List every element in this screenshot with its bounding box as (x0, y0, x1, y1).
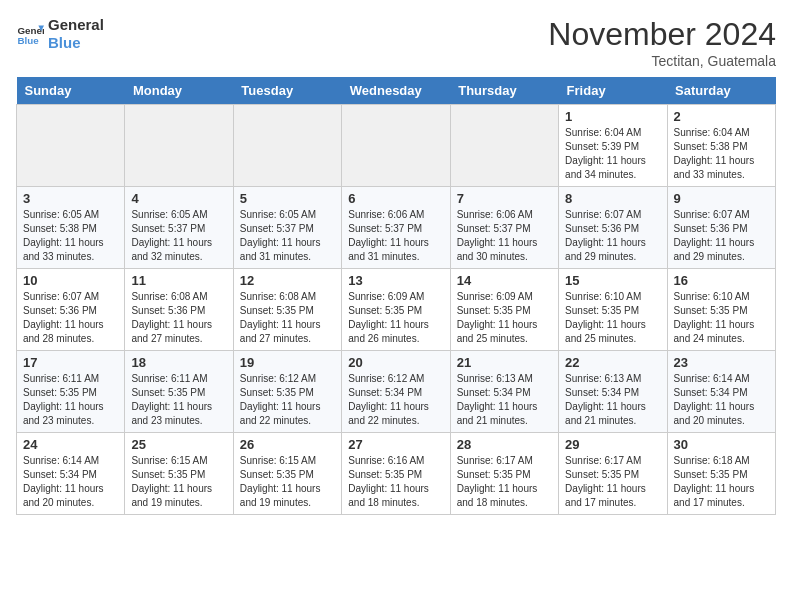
day-number: 12 (240, 273, 335, 288)
day-info: Sunrise: 6:11 AMSunset: 5:35 PMDaylight:… (23, 372, 118, 428)
calendar-day-cell: 4 Sunrise: 6:05 AMSunset: 5:37 PMDayligh… (125, 187, 233, 269)
calendar-day-cell: 30 Sunrise: 6:18 AMSunset: 5:35 PMDaylig… (667, 433, 775, 515)
day-info: Sunrise: 6:10 AMSunset: 5:35 PMDaylight:… (565, 290, 660, 346)
calendar-day-cell (125, 105, 233, 187)
day-info: Sunrise: 6:16 AMSunset: 5:35 PMDaylight:… (348, 454, 443, 510)
day-number: 27 (348, 437, 443, 452)
calendar-day-cell: 17 Sunrise: 6:11 AMSunset: 5:35 PMDaylig… (17, 351, 125, 433)
day-info: Sunrise: 6:05 AMSunset: 5:38 PMDaylight:… (23, 208, 118, 264)
day-number: 14 (457, 273, 552, 288)
day-info: Sunrise: 6:10 AMSunset: 5:35 PMDaylight:… (674, 290, 769, 346)
day-info: Sunrise: 6:18 AMSunset: 5:35 PMDaylight:… (674, 454, 769, 510)
day-number: 5 (240, 191, 335, 206)
day-number: 2 (674, 109, 769, 124)
day-number: 16 (674, 273, 769, 288)
day-number: 26 (240, 437, 335, 452)
day-info: Sunrise: 6:07 AMSunset: 5:36 PMDaylight:… (565, 208, 660, 264)
weekday-header-row: SundayMondayTuesdayWednesdayThursdayFrid… (17, 77, 776, 105)
calendar-day-cell: 15 Sunrise: 6:10 AMSunset: 5:35 PMDaylig… (559, 269, 667, 351)
page-header: General Blue General Blue November 2024 … (16, 16, 776, 69)
calendar-day-cell: 29 Sunrise: 6:17 AMSunset: 5:35 PMDaylig… (559, 433, 667, 515)
day-info: Sunrise: 6:09 AMSunset: 5:35 PMDaylight:… (457, 290, 552, 346)
day-number: 22 (565, 355, 660, 370)
calendar-day-cell: 11 Sunrise: 6:08 AMSunset: 5:36 PMDaylig… (125, 269, 233, 351)
calendar-day-cell (233, 105, 341, 187)
calendar-day-cell: 28 Sunrise: 6:17 AMSunset: 5:35 PMDaylig… (450, 433, 558, 515)
calendar-week-row: 17 Sunrise: 6:11 AMSunset: 5:35 PMDaylig… (17, 351, 776, 433)
calendar-day-cell: 24 Sunrise: 6:14 AMSunset: 5:34 PMDaylig… (17, 433, 125, 515)
day-info: Sunrise: 6:05 AMSunset: 5:37 PMDaylight:… (240, 208, 335, 264)
day-info: Sunrise: 6:08 AMSunset: 5:35 PMDaylight:… (240, 290, 335, 346)
day-info: Sunrise: 6:17 AMSunset: 5:35 PMDaylight:… (565, 454, 660, 510)
calendar-week-row: 1 Sunrise: 6:04 AMSunset: 5:39 PMDayligh… (17, 105, 776, 187)
day-info: Sunrise: 6:04 AMSunset: 5:38 PMDaylight:… (674, 126, 769, 182)
calendar-day-cell (342, 105, 450, 187)
day-info: Sunrise: 6:14 AMSunset: 5:34 PMDaylight:… (674, 372, 769, 428)
day-number: 30 (674, 437, 769, 452)
calendar-day-cell: 19 Sunrise: 6:12 AMSunset: 5:35 PMDaylig… (233, 351, 341, 433)
title-block: November 2024 Tectitan, Guatemala (548, 16, 776, 69)
day-number: 29 (565, 437, 660, 452)
calendar-day-cell: 7 Sunrise: 6:06 AMSunset: 5:37 PMDayligh… (450, 187, 558, 269)
logo-icon: General Blue (16, 20, 44, 48)
calendar-day-cell: 5 Sunrise: 6:05 AMSunset: 5:37 PMDayligh… (233, 187, 341, 269)
calendar-day-cell (450, 105, 558, 187)
calendar-day-cell: 8 Sunrise: 6:07 AMSunset: 5:36 PMDayligh… (559, 187, 667, 269)
logo-text-general: General (48, 16, 104, 34)
day-number: 11 (131, 273, 226, 288)
calendar-day-cell: 14 Sunrise: 6:09 AMSunset: 5:35 PMDaylig… (450, 269, 558, 351)
weekday-header-saturday: Saturday (667, 77, 775, 105)
weekday-header-sunday: Sunday (17, 77, 125, 105)
day-info: Sunrise: 6:12 AMSunset: 5:34 PMDaylight:… (348, 372, 443, 428)
calendar-day-cell: 12 Sunrise: 6:08 AMSunset: 5:35 PMDaylig… (233, 269, 341, 351)
day-info: Sunrise: 6:09 AMSunset: 5:35 PMDaylight:… (348, 290, 443, 346)
calendar-week-row: 3 Sunrise: 6:05 AMSunset: 5:38 PMDayligh… (17, 187, 776, 269)
day-number: 19 (240, 355, 335, 370)
day-info: Sunrise: 6:05 AMSunset: 5:37 PMDaylight:… (131, 208, 226, 264)
calendar-day-cell: 6 Sunrise: 6:06 AMSunset: 5:37 PMDayligh… (342, 187, 450, 269)
weekday-header-wednesday: Wednesday (342, 77, 450, 105)
day-number: 1 (565, 109, 660, 124)
day-number: 24 (23, 437, 118, 452)
calendar-week-row: 10 Sunrise: 6:07 AMSunset: 5:36 PMDaylig… (17, 269, 776, 351)
day-number: 6 (348, 191, 443, 206)
calendar-day-cell: 13 Sunrise: 6:09 AMSunset: 5:35 PMDaylig… (342, 269, 450, 351)
day-info: Sunrise: 6:04 AMSunset: 5:39 PMDaylight:… (565, 126, 660, 182)
day-number: 9 (674, 191, 769, 206)
day-number: 25 (131, 437, 226, 452)
day-number: 17 (23, 355, 118, 370)
calendar-day-cell: 10 Sunrise: 6:07 AMSunset: 5:36 PMDaylig… (17, 269, 125, 351)
calendar-week-row: 24 Sunrise: 6:14 AMSunset: 5:34 PMDaylig… (17, 433, 776, 515)
day-number: 15 (565, 273, 660, 288)
day-number: 8 (565, 191, 660, 206)
location-subtitle: Tectitan, Guatemala (548, 53, 776, 69)
day-info: Sunrise: 6:13 AMSunset: 5:34 PMDaylight:… (457, 372, 552, 428)
calendar-day-cell: 25 Sunrise: 6:15 AMSunset: 5:35 PMDaylig… (125, 433, 233, 515)
day-number: 4 (131, 191, 226, 206)
calendar-day-cell: 26 Sunrise: 6:15 AMSunset: 5:35 PMDaylig… (233, 433, 341, 515)
day-number: 18 (131, 355, 226, 370)
calendar-day-cell: 18 Sunrise: 6:11 AMSunset: 5:35 PMDaylig… (125, 351, 233, 433)
day-number: 21 (457, 355, 552, 370)
calendar-day-cell: 21 Sunrise: 6:13 AMSunset: 5:34 PMDaylig… (450, 351, 558, 433)
calendar-day-cell: 16 Sunrise: 6:10 AMSunset: 5:35 PMDaylig… (667, 269, 775, 351)
month-title: November 2024 (548, 16, 776, 53)
weekday-header-thursday: Thursday (450, 77, 558, 105)
calendar-day-cell: 27 Sunrise: 6:16 AMSunset: 5:35 PMDaylig… (342, 433, 450, 515)
day-info: Sunrise: 6:15 AMSunset: 5:35 PMDaylight:… (240, 454, 335, 510)
day-info: Sunrise: 6:15 AMSunset: 5:35 PMDaylight:… (131, 454, 226, 510)
calendar-day-cell: 23 Sunrise: 6:14 AMSunset: 5:34 PMDaylig… (667, 351, 775, 433)
day-info: Sunrise: 6:07 AMSunset: 5:36 PMDaylight:… (23, 290, 118, 346)
day-info: Sunrise: 6:14 AMSunset: 5:34 PMDaylight:… (23, 454, 118, 510)
day-info: Sunrise: 6:17 AMSunset: 5:35 PMDaylight:… (457, 454, 552, 510)
logo-text-blue: Blue (48, 34, 104, 52)
weekday-header-friday: Friday (559, 77, 667, 105)
svg-text:Blue: Blue (17, 35, 39, 46)
day-number: 3 (23, 191, 118, 206)
calendar-day-cell: 3 Sunrise: 6:05 AMSunset: 5:38 PMDayligh… (17, 187, 125, 269)
calendar-day-cell: 9 Sunrise: 6:07 AMSunset: 5:36 PMDayligh… (667, 187, 775, 269)
weekday-header-tuesday: Tuesday (233, 77, 341, 105)
logo: General Blue General Blue (16, 16, 104, 52)
weekday-header-monday: Monday (125, 77, 233, 105)
calendar-day-cell: 2 Sunrise: 6:04 AMSunset: 5:38 PMDayligh… (667, 105, 775, 187)
